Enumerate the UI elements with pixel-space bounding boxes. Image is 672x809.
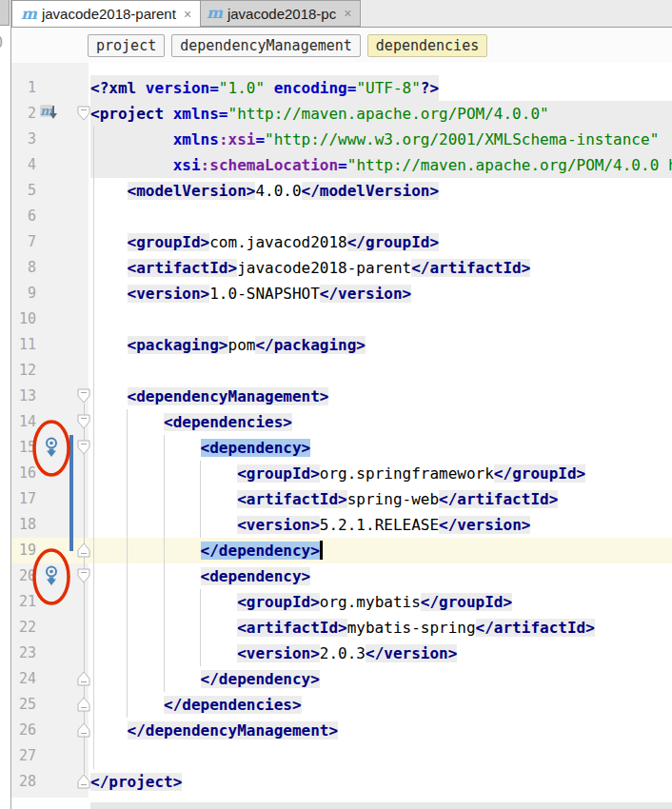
line-number: 3 bbox=[11, 130, 36, 148]
tab-label: javacode2018-parent bbox=[42, 6, 176, 22]
breadcrumb: projectdependencyManagementdependencies bbox=[88, 34, 487, 57]
code-text[interactable]: <groupId>com.javacod2018</groupId> bbox=[90, 229, 439, 255]
code-text[interactable]: xmlns:xsi="http://www.w3.org/2001/XMLSch… bbox=[90, 127, 672, 152]
tab-javacode2018-pc[interactable]: m javacode2018-pc × bbox=[197, 0, 361, 27]
line-number: 4 bbox=[11, 156, 36, 174]
code-text[interactable]: </dependency> bbox=[90, 538, 323, 563]
tab-label: javacode2018-pc bbox=[227, 6, 336, 22]
code-line: 7 <groupId>com.javacod2018</groupId> bbox=[11, 229, 672, 255]
xml-editor[interactable]: 1<?xml version="1.0" encoding="UTF-8"?>2… bbox=[11, 63, 672, 802]
fold-marker-end[interactable] bbox=[77, 671, 90, 686]
line-number: 1 bbox=[11, 79, 36, 97]
code-text[interactable]: <modelVersion>4.0.0</modelVersion> bbox=[90, 178, 439, 204]
line-number: 21 bbox=[11, 593, 36, 611]
indent-guide bbox=[200, 461, 201, 538]
fold-marker-end[interactable] bbox=[77, 722, 90, 738]
text-caret bbox=[320, 541, 323, 560]
code-line: 8 <artifactId>javacode2018-parent</artif… bbox=[11, 255, 672, 281]
line-number: 13 bbox=[11, 387, 36, 405]
indent-guide bbox=[127, 409, 128, 718]
fold-connector-line bbox=[84, 404, 85, 774]
code-text[interactable]: <?xml version="1.0" encoding="UTF-8"?> bbox=[90, 75, 439, 101]
maven-module-icon: m bbox=[21, 7, 37, 22]
code-line: 17 <artifactId>spring-web</artifactId> bbox=[11, 486, 672, 512]
code-text[interactable]: </dependency> bbox=[90, 666, 320, 692]
code-text[interactable]: xsi:schemaLocation="http://maven.apache.… bbox=[90, 152, 672, 178]
fold-marker-expanded[interactable] bbox=[77, 440, 90, 455]
maven-dependency-pin-icon[interactable] bbox=[43, 436, 60, 459]
line-number: 17 bbox=[11, 490, 36, 508]
line-number: 20 bbox=[11, 567, 36, 585]
line-number: 2 bbox=[11, 105, 36, 123]
code-text[interactable]: </dependencyManagement> bbox=[90, 718, 338, 743]
code-text[interactable]: </project> bbox=[90, 769, 182, 795]
line-number: 15 bbox=[11, 439, 36, 457]
code-line: 22 <artifactId>mybatis-spring</artifactI… bbox=[11, 615, 672, 641]
maven-refresh-icon[interactable]: m bbox=[40, 105, 61, 122]
cropped-tab-stub bbox=[0, 0, 10, 26]
line-number: 14 bbox=[11, 413, 36, 431]
code-line: 21 <groupId>org.mybatis</groupId> bbox=[11, 589, 672, 615]
close-icon[interactable]: × bbox=[184, 7, 191, 22]
code-line: 20 <dependency> bbox=[11, 563, 672, 589]
line-number: 10 bbox=[11, 310, 36, 328]
breadcrumb-bar: projectdependencyManagementdependencies bbox=[11, 28, 672, 63]
code-line: 27 bbox=[11, 743, 672, 769]
code-text[interactable]: <version>2.0.3</version> bbox=[90, 641, 457, 666]
code-line: 15 <dependency> bbox=[11, 435, 672, 461]
code-text[interactable]: <dependencyManagement> bbox=[90, 384, 328, 409]
maven-dependency-pin-icon[interactable] bbox=[43, 564, 60, 587]
cropped-left-panel: 0 bbox=[0, 0, 10, 809]
line-number: 16 bbox=[11, 464, 36, 483]
code-line: 16 <groupId>org.springframework</groupId… bbox=[11, 461, 672, 486]
code-line: 24 </dependency> bbox=[11, 666, 672, 692]
code-text[interactable]: <artifactId>spring-web</artifactId> bbox=[90, 486, 558, 512]
code-line: 18 <version>5.2.1.RELEASE</version> bbox=[11, 512, 672, 538]
editor-tab-bar: m javacode2018-parent × m javacode2018-p… bbox=[11, 0, 672, 28]
code-text[interactable]: <packaging>pom</packaging> bbox=[90, 332, 366, 358]
code-text[interactable]: <version>5.2.1.RELEASE</version> bbox=[90, 512, 530, 538]
code-line: 14 <dependencies> bbox=[11, 409, 672, 435]
line-number: 6 bbox=[11, 207, 36, 226]
fold-marker-end[interactable] bbox=[77, 543, 90, 558]
line-number: 26 bbox=[11, 721, 36, 740]
close-icon[interactable]: × bbox=[344, 6, 351, 21]
code-text[interactable]: <dependencies> bbox=[90, 409, 292, 435]
panel-separator bbox=[10, 0, 11, 809]
tab-javacode2018-parent[interactable]: m javacode2018-parent × bbox=[11, 0, 201, 27]
line-number: 19 bbox=[11, 542, 36, 560]
code-line: 26 </dependencyManagement> bbox=[11, 718, 672, 743]
indent-guide bbox=[93, 127, 94, 769]
fold-marker-expanded[interactable] bbox=[77, 414, 90, 429]
line-number: 27 bbox=[11, 747, 36, 765]
breadcrumb-item-project[interactable]: project bbox=[88, 34, 165, 57]
maven-module-icon: m bbox=[207, 6, 223, 21]
fold-marker-expanded[interactable] bbox=[77, 388, 90, 404]
fold-marker-end[interactable] bbox=[77, 774, 90, 789]
code-text[interactable]: <dependency> bbox=[90, 435, 310, 461]
code-text[interactable]: <project xmlns="http://maven.apache.org/… bbox=[90, 101, 672, 127]
code-line: 9 <version>1.0-SNAPSHOT</version> bbox=[11, 281, 672, 306]
code-line: 3 xmlns:xsi="http://www.w3.org/2001/XMLS… bbox=[11, 127, 672, 152]
code-text[interactable]: <groupId>org.springframework</groupId> bbox=[90, 461, 585, 486]
line-number: 23 bbox=[11, 644, 36, 662]
line-number: 22 bbox=[11, 619, 36, 637]
fold-marker-end[interactable] bbox=[77, 697, 90, 712]
line-number: 5 bbox=[11, 182, 36, 200]
code-line: 10 bbox=[11, 306, 672, 332]
code-text[interactable]: <artifactId>mybatis-spring</artifactId> bbox=[90, 615, 595, 641]
breadcrumb-item-dependencyManagement[interactable]: dependencyManagement bbox=[171, 34, 361, 57]
line-number: 11 bbox=[11, 336, 36, 354]
code-line: 6 bbox=[11, 204, 672, 229]
fold-marker-expanded[interactable] bbox=[77, 568, 90, 583]
code-text[interactable]: </dependencies> bbox=[90, 692, 302, 718]
code-text[interactable]: <dependency> bbox=[90, 563, 310, 589]
breadcrumb-item-dependencies[interactable]: dependencies bbox=[367, 34, 487, 57]
code-line: 11 <packaging>pom</packaging> bbox=[11, 332, 672, 358]
code-text[interactable]: <groupId>org.mybatis</groupId> bbox=[90, 589, 512, 615]
fold-marker-expanded[interactable] bbox=[77, 106, 90, 121]
line-number: 24 bbox=[11, 670, 36, 688]
code-text[interactable]: <version>1.0-SNAPSHOT</version> bbox=[90, 281, 411, 306]
code-line: 23 <version>2.0.3</version> bbox=[11, 641, 672, 666]
code-text[interactable]: <artifactId>javacode2018-parent</artifac… bbox=[90, 255, 530, 281]
